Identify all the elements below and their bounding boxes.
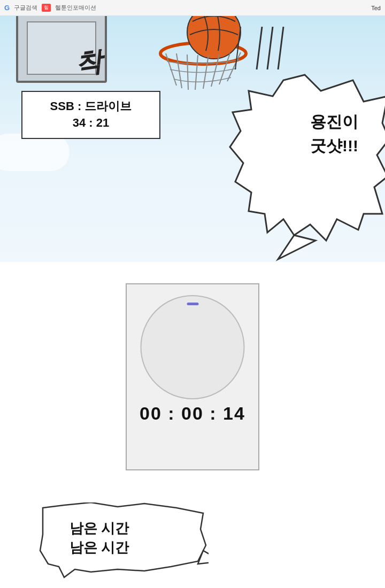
google-search-label[interactable]: 구글검색 bbox=[14, 4, 37, 12]
helltoon-label[interactable]: 헬툰인포매이션 bbox=[55, 4, 96, 12]
svg-line-10 bbox=[257, 27, 262, 69]
impact-marks-top bbox=[230, 27, 294, 69]
speech-bubble-bottom-text: 남은 시간남은 시간 bbox=[70, 519, 129, 558]
svg-line-7 bbox=[211, 55, 219, 87]
top-navigation-bar: G 구글검색 헬 헬툰인포매이션 Ted bbox=[0, 0, 385, 16]
svg-line-13 bbox=[235, 27, 241, 69]
scoreboard-panel: SSB : 드라이브 34 : 21 bbox=[21, 91, 160, 139]
tab-title: Ted bbox=[371, 5, 381, 11]
svg-line-12 bbox=[278, 27, 283, 69]
speech-bubble-right bbox=[225, 69, 385, 262]
timer-display: 00 : 00 : 14 bbox=[140, 403, 245, 424]
google-icon: G bbox=[4, 4, 10, 12]
scoreboard-title: SSB : 드라이브 bbox=[31, 98, 151, 115]
speech-bubble-right-text: 용진이굿샷!!! bbox=[310, 110, 358, 158]
timer-section: 00 : 00 : 14 bbox=[126, 283, 259, 470]
clock-face bbox=[141, 295, 245, 399]
manga-scene-bottom: 남은 시간남은 시간 bbox=[0, 497, 385, 588]
svg-marker-15 bbox=[278, 235, 315, 259]
svg-marker-14 bbox=[230, 75, 385, 241]
gap-between-scenes bbox=[0, 262, 385, 283]
helltoon-badge: 헬 bbox=[42, 4, 51, 12]
bottom-gap bbox=[0, 470, 385, 497]
cloud-decoration-left bbox=[0, 134, 70, 171]
sound-effect-chas: 착 bbox=[73, 44, 104, 83]
clock-indicator bbox=[187, 303, 198, 305]
scoreboard-score: 34 : 21 bbox=[31, 115, 151, 131]
svg-line-11 bbox=[267, 27, 273, 69]
manga-scene-top: 착 SSB : 드라이브 34 : 21 용진이굿샷!!! bbox=[0, 16, 385, 262]
